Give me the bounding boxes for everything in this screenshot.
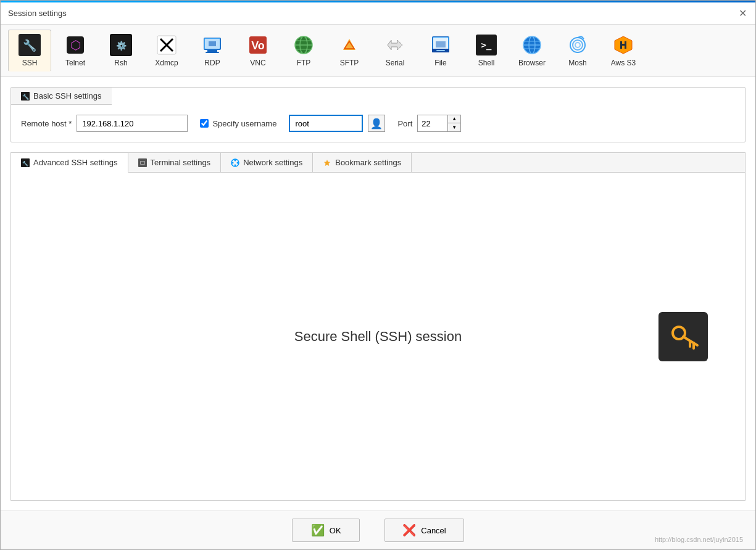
tab-rdp[interactable]: RDP [191,30,234,72]
port-group: Port ▲ ▼ [397,115,461,132]
terminal-tab-icon [138,158,147,167]
network-label: Network settings [243,158,302,167]
svg-rect-14 [209,41,216,46]
cancel-label: Cancel [421,526,446,535]
svg-rect-27 [436,41,446,47]
tab-shell[interactable]: >_ Shell [465,30,508,72]
port-spin-buttons: ▲ ▼ [448,115,461,132]
rsh-icon: ⚙️ [110,34,132,56]
session-settings-dialog: Session settings ✕ 🔧 SSH ⬡ Telnet ⚙️ Rsh [0,0,756,550]
serial-icon [384,34,406,56]
tab-serial-label: Serial [386,59,405,67]
port-spinner: ▲ ▼ [417,115,461,132]
cancel-icon: ❌ [402,523,416,537]
port-label: Port [397,119,412,128]
svg-rect-29 [436,50,445,51]
session-description: Secure Shell (SSH) session [294,329,462,345]
tab-sftp[interactable]: SFTP [328,30,371,72]
tab-awss3-label: Aws S3 [611,59,636,67]
svg-text:🔧: 🔧 [22,93,30,101]
tab-awss3[interactable]: Aws S3 [602,30,645,72]
svg-point-37 [573,40,583,50]
mosh-icon [567,34,589,56]
svg-text:⚙️: ⚙️ [116,41,127,51]
svg-text:⬡: ⬡ [70,38,81,52]
tab-mosh[interactable]: Mosh [556,30,599,72]
tab-serial[interactable]: Serial [373,30,417,72]
tab-rsh[interactable]: ⚙️ Rsh [99,30,143,72]
tab-rsh-label: Rsh [114,59,127,67]
tab-advanced-ssh[interactable]: 🔧 Advanced SSH settings [11,153,128,173]
tab-file[interactable]: File [419,30,462,72]
specify-username-group: Specify username [200,119,276,128]
tab-mosh-label: Mosh [568,59,586,67]
ssh-icon: 🔧 [19,34,41,56]
vnc-icon: Vo [247,34,269,56]
tab-content-panel: Secure Shell (SSH) session [11,173,745,500]
rdp-icon [201,34,223,56]
basic-settings-tab: 🔧 Basic SSH settings [11,88,112,105]
watermark: http://blog.csdn.net/juyin2015 [655,536,743,543]
awss3-icon [612,34,634,56]
advanced-ssh-label: Advanced SSH settings [33,158,118,167]
ok-icon: ✅ [311,523,325,537]
username-input[interactable] [289,115,363,132]
tab-bookmark[interactable]: Bookmark settings [313,153,412,172]
remote-host-label: Remote host * [21,119,72,128]
tab-ssh[interactable]: 🔧 SSH [8,30,51,72]
remote-host-input[interactable] [77,115,188,132]
telnet-icon: ⬡ [64,34,86,56]
bookmark-label: Bookmark settings [335,158,401,167]
cancel-button[interactable]: ❌ Cancel [384,519,463,542]
lower-tabs-bar: 🔧 Advanced SSH settings Terminal setting… [11,153,745,173]
port-spin-down[interactable]: ▼ [448,123,460,131]
terminal-label: Terminal settings [151,158,211,167]
svg-rect-10 [207,50,217,52]
tab-xdmcp[interactable]: Xdmcp [145,30,188,72]
browser-icon [521,34,543,56]
tab-rdp-label: RDP [204,59,220,67]
tab-file-label: File [434,59,446,67]
tab-xdmcp-label: Xdmcp [155,59,178,67]
tab-network[interactable]: Network settings [221,153,313,172]
tab-vnc-label: VNC [250,59,265,67]
user-picker-button[interactable]: 👤 [368,115,385,132]
shell-icon: >_ [475,34,497,56]
ok-label: OK [330,526,341,535]
basic-settings-box: 🔧 Basic SSH settings Remote host * Speci… [10,87,746,142]
network-tab-icon [231,158,239,167]
svg-point-57 [235,164,236,166]
sftp-icon [338,34,360,56]
tab-vnc[interactable]: Vo VNC [236,30,280,72]
port-input[interactable] [417,115,448,132]
bottom-bar: ✅ OK ❌ Cancel http://blog.csdn.net/juyin… [1,511,755,549]
tab-ftp-label: FTP [297,59,311,67]
tab-ftp[interactable]: FTP [282,30,325,72]
tab-terminal[interactable]: Terminal settings [128,153,222,172]
bookmark-tab-icon [323,158,331,167]
ssh-key-icon [658,312,708,361]
svg-point-56 [235,159,236,161]
main-content: 🔧 Basic SSH settings Remote host * Speci… [1,77,755,511]
lower-tabs-container: 🔧 Advanced SSH settings Terminal setting… [10,152,746,501]
svg-rect-11 [206,52,219,53]
close-button[interactable]: ✕ [737,8,748,19]
svg-text:🔧: 🔧 [23,39,37,52]
xdmcp-icon [156,34,178,56]
username-group: 👤 [289,115,385,132]
svg-marker-58 [324,160,330,166]
ok-button[interactable]: ✅ OK [292,519,360,542]
tab-telnet-label: Telnet [65,59,85,67]
tab-sftp-label: SFTP [340,59,359,67]
dialog-title: Session settings [8,9,67,18]
specify-username-checkbox[interactable] [200,119,209,128]
tab-browser[interactable]: Browser [510,30,554,72]
title-bar: Session settings ✕ [1,2,755,25]
port-spin-up[interactable]: ▲ [448,115,460,123]
advanced-tab-icon: 🔧 [21,158,30,167]
tab-telnet[interactable]: ⬡ Telnet [54,30,97,72]
file-icon [430,34,452,56]
svg-rect-52 [141,162,144,164]
tab-ssh-label: SSH [22,59,38,67]
ftp-icon [293,34,315,56]
